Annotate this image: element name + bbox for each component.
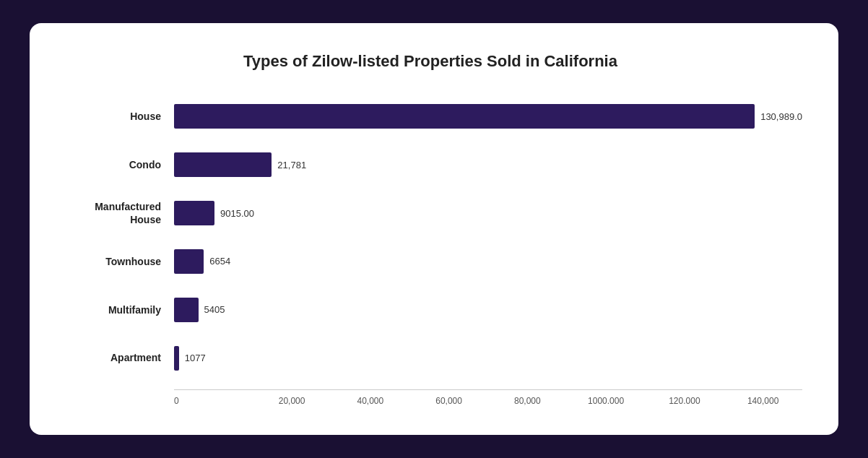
bar-value: 5405 [204, 304, 225, 315]
bar-track: 9015.00 [174, 201, 802, 225]
x-axis-tick: 120.000 [646, 396, 724, 406]
bar-label: House [58, 110, 174, 123]
bar-track: 6654 [174, 249, 802, 274]
chart-container: Types of Zilow-listed Properties Sold in… [30, 23, 838, 435]
chart-title: Types of Zilow-listed Properties Sold in… [58, 52, 802, 71]
x-axis-tick: 20,000 [253, 396, 331, 406]
bar-fill [174, 249, 204, 274]
bar-label: Apartment [58, 351, 174, 364]
bar-track: 1077 [174, 346, 802, 371]
bar-row: Multifamily5405 [58, 297, 802, 323]
bar-value: 6654 [209, 256, 230, 267]
x-axis-tick: 140,000 [724, 396, 802, 406]
x-axis-tick: 80,000 [488, 396, 567, 406]
bar-label: Condo [58, 158, 174, 171]
bar-track: 130,989.0 [174, 104, 802, 129]
x-axis-tick: 60,000 [409, 396, 488, 406]
bar-value: 1077 [185, 353, 206, 363]
bar-row: Apartment1077 [58, 345, 802, 371]
bar-label: ManufacturedHouse [58, 200, 174, 226]
x-axis-tick: 0 [174, 396, 253, 406]
bar-value: 21,781 [277, 160, 306, 170]
bar-fill [174, 152, 272, 177]
bar-value: 9015.00 [220, 208, 254, 219]
x-axis-tick: 40,000 [331, 396, 410, 406]
bar-fill [174, 201, 214, 225]
bar-rows: House130,989.0Condo21,781ManufacturedHou… [58, 92, 802, 389]
bar-value: 130,989.0 [760, 111, 802, 122]
bar-track: 21,781 [174, 152, 802, 177]
bar-fill [174, 298, 199, 322]
x-axis-tick: 1000.000 [567, 396, 646, 406]
bar-label: Townhouse [58, 255, 174, 268]
bar-label: Multifamily [58, 303, 174, 316]
bar-track: 5405 [174, 298, 802, 322]
bar-row: Condo21,781 [58, 152, 802, 178]
bar-row: ManufacturedHouse9015.00 [58, 200, 802, 226]
chart-area: House130,989.0Condo21,781ManufacturedHou… [58, 92, 802, 406]
bar-row: Townhouse6654 [58, 249, 802, 275]
bar-row: House130,989.0 [58, 103, 802, 129]
bar-fill [174, 346, 179, 371]
x-axis: 020,00040,00060,00080,0001000.000120.000… [174, 389, 802, 406]
bar-fill [174, 104, 755, 129]
